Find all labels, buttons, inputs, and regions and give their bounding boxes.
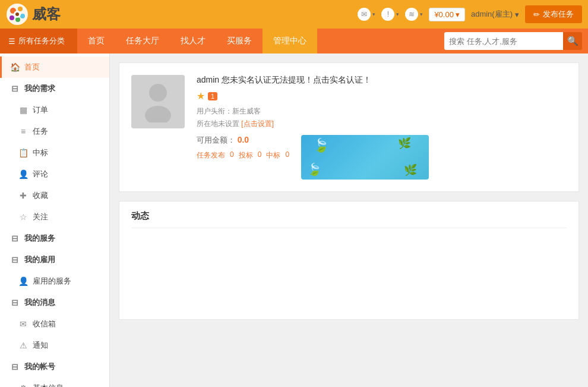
collapse2-icon: ⊟ — [10, 234, 20, 243]
settings-icon: ⚙ — [18, 383, 29, 387]
sidebar-item-hired-service[interactable]: 👤 雇用的服务 — [0, 270, 109, 292]
nav-buy-service[interactable]: 买服务 — [216, 29, 263, 54]
collect-icon: ✚ — [18, 191, 29, 200]
search-area: 🔍 — [444, 29, 588, 54]
sidebar-item-my-demand[interactable]: ⊟ 我的需求 — [0, 78, 109, 99]
task-bid-count: 0 — [258, 150, 262, 161]
dynamics-title: 动态 — [131, 210, 567, 228]
sidebar-item-review[interactable]: 👤 评论 — [0, 163, 109, 185]
publish-task-button[interactable]: ✏ 发布任务 — [525, 5, 582, 23]
svg-point-8 — [149, 84, 167, 102]
sidebar-item-inbox[interactable]: ✉ 收信箱 — [0, 313, 109, 335]
user-menu[interactable]: admin(雇主) ▾ — [471, 9, 519, 20]
svg-point-7 — [15, 12, 19, 16]
avatar-silhouette-icon — [140, 81, 176, 122]
task-bid-label: 投标 — [239, 150, 253, 161]
top-bar-right: ✉ ▾ ! ▾ ≋ ▾ ¥0.00 ▾ admin(雇主) ▾ ✏ 发布任务 — [358, 5, 582, 23]
leaf2-icon: 🌿 — [398, 137, 411, 150]
hired-icon: 👤 — [18, 276, 29, 286]
svg-point-3 — [20, 14, 25, 18]
star-icon: ★ — [197, 90, 205, 102]
alert-icon: ! — [381, 8, 394, 21]
all-tasks-nav[interactable]: ☰ 所有任务分类 — [0, 29, 77, 54]
sidebar-item-my-service[interactable]: ⊟ 我的服务 — [0, 228, 109, 249]
svg-point-4 — [15, 17, 20, 22]
task-icon: ≡ — [18, 127, 29, 136]
svg-point-9 — [145, 106, 171, 122]
leaf3-icon: 🍃 — [307, 162, 322, 177]
svg-point-2 — [18, 7, 23, 11]
svg-point-5 — [10, 15, 14, 20]
location-label: 所在地未设置 [点击设置] — [197, 119, 567, 129]
content-area: admin 您未实名认证无法提现！点击实名认证！ ★ 1 用户头衔：新生威客 所… — [110, 54, 588, 387]
nav-home[interactable]: 首页 — [77, 29, 115, 54]
search-input[interactable] — [444, 32, 563, 50]
task-win-count: 0 — [285, 150, 289, 161]
home-icon: 🏠 — [10, 62, 20, 72]
star-row: ★ 1 — [197, 90, 567, 102]
banner-ad: 🍃 🌿 🍃 🌿 — [301, 135, 429, 180]
nav-management-center[interactable]: 管理中心 — [263, 29, 317, 54]
sidebar-item-my-account[interactable]: ⊟ 我的帐号 — [0, 356, 109, 377]
balance-label: 可用金额： 0.0 — [197, 135, 289, 146]
collapse5-icon: ⊟ — [10, 362, 20, 372]
set-location-link[interactable]: [点击设置] — [241, 119, 274, 128]
nav-task-hall[interactable]: 任务大厅 — [115, 29, 170, 54]
notify-icon: ⚠ — [18, 341, 29, 350]
logo-area: 威客 — [6, 3, 61, 26]
collapse4-icon: ⊟ — [10, 298, 20, 307]
collapse-icon: ⊟ — [10, 84, 20, 93]
task-win-label: 中标 — [266, 150, 280, 161]
nav-find-talent[interactable]: 找人才 — [170, 29, 216, 54]
pencil-icon: ✏ — [533, 10, 540, 19]
leaf4-icon: 🌿 — [404, 163, 417, 177]
user-label: admin(雇主) — [471, 9, 513, 20]
task-publish-label: 任务发布 — [197, 150, 225, 161]
balance-amount: 0.0 — [238, 135, 249, 144]
task-publish-count: 0 — [230, 150, 234, 161]
alert-button[interactable]: ! ▾ — [381, 8, 399, 21]
logo-icon — [6, 3, 29, 26]
mail-button[interactable]: ✉ ▾ — [358, 8, 375, 21]
sidebar-item-collect[interactable]: ✚ 收藏 — [0, 185, 109, 206]
mail-icon: ✉ — [358, 8, 371, 21]
inbox-icon: ✉ — [18, 319, 29, 329]
rss-icon: ≋ — [405, 8, 418, 21]
profile-card: admin 您未实名认证无法提现！点击实名认证！ ★ 1 用户头衔：新生威客 所… — [119, 62, 579, 192]
rss-button[interactable]: ≋ ▾ — [405, 8, 423, 21]
sidebar-item-bid[interactable]: 📋 中标 — [0, 142, 109, 163]
collapse3-icon: ⊟ — [10, 255, 20, 265]
user-type-label: 用户头衔：新生威客 — [197, 106, 567, 117]
follow-icon: ☆ — [18, 212, 29, 222]
balance-section: 可用金额： 0.0 任务发布 0 投标 0 中标 0 — [197, 135, 289, 161]
sidebar-item-order[interactable]: ▦ 订单 — [0, 99, 109, 121]
sidebar-item-my-message[interactable]: ⊟ 我的消息 — [0, 292, 109, 313]
leaf1-icon: 🍃 — [313, 138, 329, 153]
main-layout: 🏠 首页 ⊟ 我的需求 ▦ 订单 ≡ 任务 📋 中标 👤 评论 ✚ 收藏 ☆ — [0, 54, 588, 387]
list-icon: ☰ — [8, 37, 15, 46]
sidebar-item-home[interactable]: 🏠 首页 — [0, 56, 109, 78]
sidebar-item-basic-info[interactable]: ⚙ 基本信息 — [0, 377, 109, 387]
nav-bar: ☰ 所有任务分类 首页 任务大厅 找人才 买服务 管理中心 🔍 — [0, 29, 588, 54]
star-badge: 1 — [208, 92, 217, 100]
balance-button[interactable]: ¥0.00 ▾ — [429, 8, 465, 21]
review-icon: 👤 — [18, 169, 29, 179]
dynamics-card: 动态 — [119, 201, 579, 320]
balance-value: ¥0.00 — [434, 10, 454, 19]
balance-banner-row: 可用金额： 0.0 任务发布 0 投标 0 中标 0 — [197, 135, 567, 180]
sidebar-item-follow[interactable]: ☆ 关注 — [0, 206, 109, 228]
task-stats: 任务发布 0 投标 0 中标 0 — [197, 150, 289, 161]
brand-name: 威客 — [32, 5, 61, 24]
sidebar-item-my-hire[interactable]: ⊟ 我的雇用 — [0, 249, 109, 270]
top-bar: 威客 ✉ ▾ ! ▾ ≋ ▾ ¥0.00 ▾ admin(雇主) ▾ ✏ 发布任… — [0, 0, 588, 29]
profile-alert-text: admin 您未实名认证无法提现！点击实名认证！ — [197, 75, 567, 86]
search-button[interactable]: 🔍 — [563, 32, 582, 50]
sidebar-item-task[interactable]: ≡ 任务 — [0, 121, 109, 142]
avatar — [131, 75, 185, 128]
sidebar: 🏠 首页 ⊟ 我的需求 ▦ 订单 ≡ 任务 📋 中标 👤 评论 ✚ 收藏 ☆ — [0, 54, 110, 387]
profile-info: admin 您未实名认证无法提现！点击实名认证！ ★ 1 用户头衔：新生威客 所… — [197, 75, 567, 180]
bid-icon: 📋 — [18, 148, 29, 158]
order-icon: ▦ — [18, 105, 29, 115]
sidebar-item-notify[interactable]: ⚠ 通知 — [0, 335, 109, 356]
